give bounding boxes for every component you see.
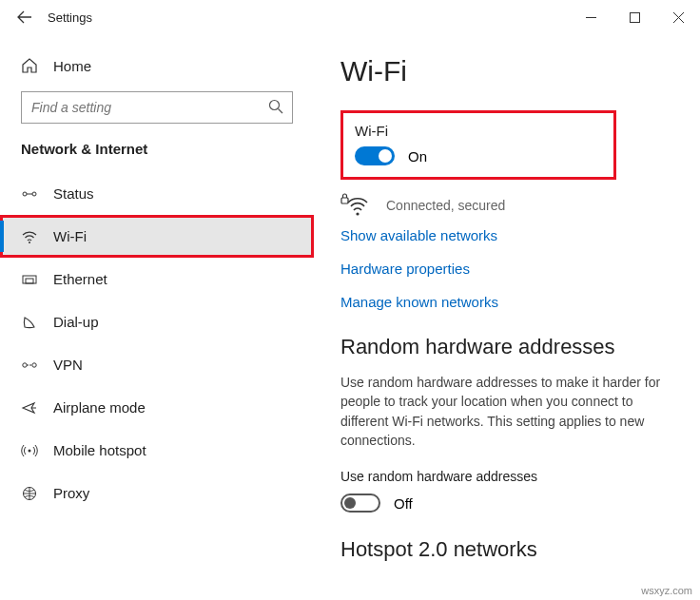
connection-status-text: Connected, secured [386, 198, 505, 213]
sidebar-item-label: Status [53, 185, 94, 202]
window-controls [569, 0, 700, 34]
sidebar-item-hotspot[interactable]: Mobile hotspot [0, 429, 314, 472]
toggle-knob [379, 149, 392, 163]
sidebar-item-dialup[interactable]: Dial-up [0, 300, 314, 343]
sidebar-item-label: Wi-Fi [53, 228, 87, 244]
svg-rect-12 [341, 198, 348, 203]
content-pane: Wi-Fi Wi-Fi On Connected, secured Show a… [314, 34, 700, 600]
svg-point-2 [23, 192, 27, 196]
back-button[interactable] [11, 4, 38, 30]
show-available-networks-link[interactable]: Show available networks [340, 227, 673, 243]
svg-point-9 [29, 449, 31, 452]
category-heading: Network & Internet [0, 141, 314, 172]
svg-point-7 [23, 362, 27, 366]
search-icon [268, 99, 283, 118]
hardware-properties-link[interactable]: Hardware properties [340, 261, 673, 277]
home-button[interactable]: Home [0, 51, 314, 87]
random-hw-toggle[interactable] [340, 494, 380, 513]
sidebar-item-label: VPN [53, 357, 83, 373]
hotspot-icon [21, 442, 38, 459]
wifi-toggle-section: Wi-Fi On [340, 110, 616, 180]
random-hw-toggle-row: Off [340, 494, 673, 513]
airplane-icon [21, 399, 38, 416]
vpn-icon [21, 357, 38, 374]
minimize-button[interactable] [569, 0, 612, 34]
random-hw-description: Use random hardware addresses to make it… [340, 373, 673, 450]
sidebar-item-label: Airplane mode [53, 399, 146, 416]
dialup-icon [21, 314, 38, 331]
arrow-left-icon [17, 10, 32, 25]
wifi-secured-icon [340, 193, 369, 218]
wifi-toggle-state: On [408, 148, 427, 165]
status-icon [21, 185, 38, 203]
home-label: Home [53, 58, 91, 74]
manage-known-networks-link[interactable]: Manage known networks [340, 294, 673, 310]
minimize-icon [586, 12, 596, 23]
sidebar-item-label: Proxy [53, 485, 89, 501]
search-input[interactable] [21, 91, 293, 124]
wifi-toggle-label: Wi-Fi [355, 123, 602, 139]
svg-rect-0 [630, 12, 639, 22]
ethernet-icon [21, 271, 38, 288]
svg-point-3 [32, 192, 36, 196]
sidebar-item-label: Mobile hotspot [53, 442, 146, 458]
sidebar-item-status[interactable]: Status [0, 172, 314, 215]
home-icon [21, 57, 38, 74]
close-button[interactable] [656, 0, 700, 34]
connection-status: Connected, secured [340, 193, 673, 218]
wifi-toggle[interactable] [355, 146, 395, 165]
maximize-button[interactable] [612, 0, 656, 34]
titlebar: Settings [0, 0, 700, 34]
svg-point-4 [29, 242, 30, 243]
svg-rect-5 [23, 276, 36, 283]
svg-point-11 [356, 212, 359, 215]
toggle-knob [344, 497, 356, 509]
svg-point-8 [32, 362, 36, 366]
proxy-icon [21, 485, 38, 502]
window-title: Settings [48, 10, 92, 25]
hotspot-heading: Hotspot 2.0 networks [340, 537, 673, 562]
random-hw-heading: Random hardware addresses [340, 335, 673, 359]
wifi-toggle-row: On [355, 146, 602, 165]
page-heading: Wi-Fi [340, 55, 673, 87]
wifi-icon [21, 228, 38, 245]
sidebar-item-proxy[interactable]: Proxy [0, 472, 314, 514]
sidebar-item-label: Ethernet [53, 271, 107, 287]
close-icon [673, 12, 684, 23]
random-hw-toggle-state: Off [394, 495, 413, 512]
search-box[interactable] [21, 91, 293, 124]
maximize-icon [630, 12, 640, 23]
svg-point-1 [270, 101, 280, 110]
sidebar-item-label: Dial-up [53, 314, 99, 330]
sidebar-item-airplane[interactable]: Airplane mode [0, 386, 314, 429]
main-area: Home Network & Internet Status Wi-Fi Eth… [0, 34, 700, 600]
svg-rect-6 [26, 279, 33, 283]
random-hw-toggle-label: Use random hardware addresses [340, 469, 673, 484]
sidebar-item-ethernet[interactable]: Ethernet [0, 258, 314, 300]
sidebar: Home Network & Internet Status Wi-Fi Eth… [0, 34, 314, 600]
watermark: wsxyz.com [641, 585, 692, 596]
sidebar-item-vpn[interactable]: VPN [0, 343, 314, 386]
sidebar-item-wifi[interactable]: Wi-Fi [0, 215, 314, 258]
